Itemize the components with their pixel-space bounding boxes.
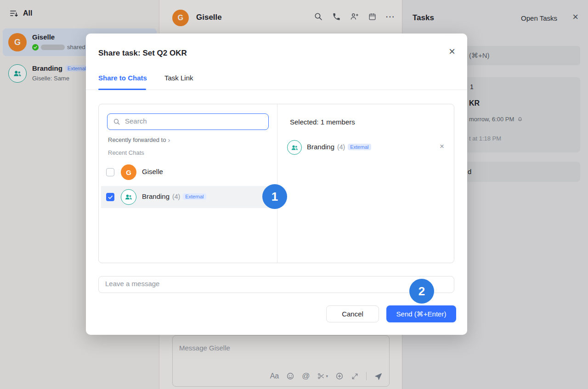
option-name-row: Branding (4) External <box>142 192 206 200</box>
send-button[interactable]: Send (⌘+Enter) <box>386 305 456 322</box>
member-count: (4) <box>172 193 180 200</box>
selected-name-row: Branding (4) External <box>307 143 371 151</box>
option-name: Giselle <box>142 168 163 175</box>
avatar-letter: G <box>126 169 131 176</box>
leave-message-box[interactable] <box>98 276 454 293</box>
search-icon <box>113 118 120 125</box>
selected-item-branding: Branding (4) External × <box>277 137 454 158</box>
selected-name: Branding <box>307 143 334 151</box>
app-screen: All G Giselle shared Branding <box>0 0 588 389</box>
share-task-modal: Share task: Set Q2 OKR × Share to Chats … <box>86 34 467 335</box>
leave-message-input[interactable] <box>105 280 445 288</box>
checkbox-checked[interactable] <box>106 193 114 201</box>
external-badge: External <box>348 144 371 150</box>
recently-forwarded-link[interactable]: Recently forwarded to › <box>108 136 170 143</box>
checkbox-unchecked[interactable] <box>106 168 114 176</box>
option-name: Branding <box>142 192 170 200</box>
remove-selected-icon[interactable]: × <box>440 142 444 151</box>
selected-count-label: Selected: 1 members <box>290 118 355 126</box>
chat-option-branding[interactable]: Branding (4) External <box>100 186 276 208</box>
active-tab-underline <box>98 89 146 90</box>
recent-chats-label: Recent Chats <box>108 149 144 156</box>
external-badge: External <box>183 193 206 200</box>
tab-task-link[interactable]: Task Link <box>164 74 193 82</box>
avatar: G <box>121 164 136 180</box>
chat-option-giselle[interactable]: G Giselle <box>100 162 276 182</box>
search-input[interactable] <box>125 117 263 125</box>
close-icon[interactable]: × <box>449 46 455 57</box>
tab-share-to-chats[interactable]: Share to Chats <box>98 74 147 82</box>
group-avatar-icon <box>287 140 302 155</box>
picker-divider <box>277 104 277 263</box>
search-box[interactable] <box>107 113 269 130</box>
group-avatar-icon <box>121 189 136 205</box>
option-name-row: Giselle <box>142 168 163 175</box>
chevron-right-icon: › <box>168 137 170 143</box>
chat-picker: Recently forwarded to › Recent Chats G G… <box>98 104 454 263</box>
cancel-button[interactable]: Cancel <box>326 305 379 322</box>
modal-title: Share task: Set Q2 OKR <box>98 49 187 58</box>
member-count: (4) <box>337 143 345 151</box>
